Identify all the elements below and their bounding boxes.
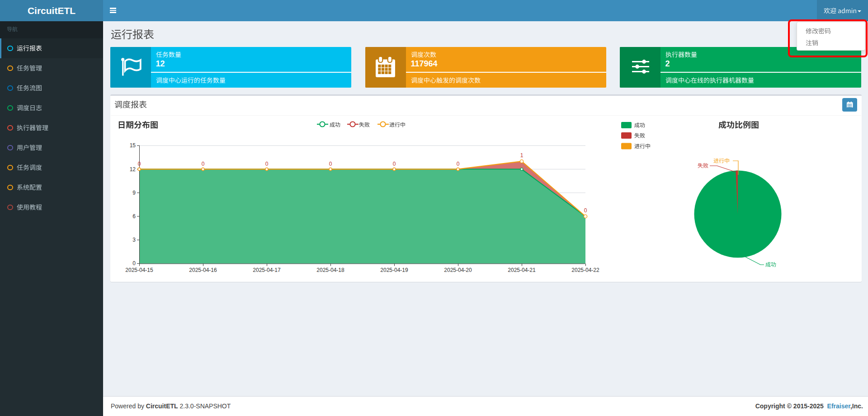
svg-text:0: 0: [584, 207, 587, 214]
svg-text:2025-04-22: 2025-04-22: [571, 267, 599, 273]
svg-text:0: 0: [329, 161, 332, 167]
svg-text:12: 12: [130, 166, 136, 173]
svg-text:0: 0: [132, 260, 136, 266]
svg-text:2025-04-21: 2025-04-21: [508, 267, 536, 273]
svg-text:2025-04-19: 2025-04-19: [380, 267, 408, 273]
svg-text:15: 15: [130, 142, 136, 149]
svg-text:9: 9: [132, 190, 136, 196]
svg-text:0: 0: [202, 161, 205, 167]
svg-text:2025-04-17: 2025-04-17: [253, 267, 281, 273]
svg-text:6: 6: [132, 213, 136, 220]
svg-text:1: 1: [520, 152, 524, 159]
svg-text:2025-04-18: 2025-04-18: [316, 267, 344, 273]
svg-text:0: 0: [265, 161, 269, 167]
svg-text:2025-04-16: 2025-04-16: [189, 267, 217, 273]
svg-text:3: 3: [132, 237, 136, 243]
svg-text:2025-04-15: 2025-04-15: [125, 267, 153, 273]
svg-text:0: 0: [457, 161, 460, 167]
svg-text:0: 0: [138, 161, 141, 167]
svg-text:0: 0: [393, 161, 396, 167]
svg-text:2025-04-20: 2025-04-20: [444, 267, 472, 273]
